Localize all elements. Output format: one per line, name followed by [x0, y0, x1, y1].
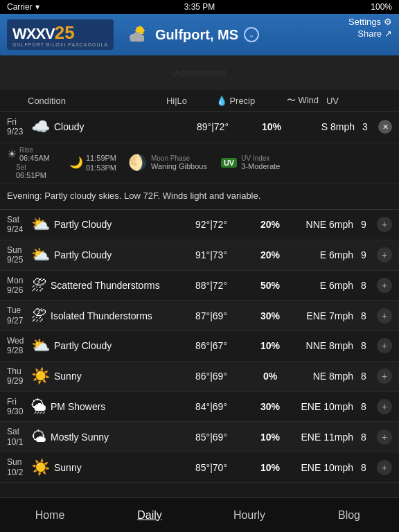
forecast-temp: 86°|69° [180, 371, 242, 382]
today-uv: 3 [355, 121, 375, 132]
ad-banner: [Advertisement] [0, 55, 399, 90]
forecast-expand-button[interactable]: + [377, 278, 392, 293]
forecast-condition: Scattered Thunderstorms [51, 280, 180, 291]
forecast-temp: 87°|69° [180, 310, 242, 321]
forecast-expand-button[interactable]: + [377, 308, 392, 323]
logo-subtitle: GULFPORT BILOXI PASCAGOULA [12, 42, 108, 47]
forecast-expand-button[interactable]: + [377, 369, 392, 384]
forecast-condition: Sunny [54, 462, 180, 473]
forecast-wind: ENE 10mph [298, 401, 353, 412]
svg-line-6 [143, 33, 144, 35]
forecast-wind: ENE 11mph [298, 432, 353, 443]
forecast-uv: 8 [353, 401, 374, 412]
today-temp: 89°|72° [181, 121, 244, 132]
forecast-wind: E 6mph [298, 249, 353, 260]
today-precip: 10% [244, 121, 299, 132]
bottom-nav: Home Daily Hourly Blog [0, 497, 399, 532]
forecast-temp: 85°|70° [180, 462, 242, 473]
forecast-temp: 85°|69° [180, 432, 242, 443]
today-main: Fri 9/23 ☁️ Cloudy 89°|72° 10% S 8mph 3 … [7, 117, 392, 137]
forecast-condition: Mostly Sunny [51, 432, 180, 443]
battery-label: 100% [371, 2, 392, 12]
forecast-icon: ⛅ [31, 246, 50, 264]
forecast-uv: 8 [353, 340, 374, 351]
forecast-icon: ⛅ [31, 337, 50, 355]
status-bar: Carrier ▾ 3:35 PM 100% [0, 0, 399, 14]
forecast-icon: 🌤 [31, 428, 46, 446]
nav-hourly[interactable]: Hourly [200, 502, 299, 529]
today-condition: Cloudy [54, 121, 181, 132]
forecast-icon: ⛈ [31, 307, 46, 325]
forecast-precip: 50% [242, 280, 298, 291]
forecast-row: Wed 9/28 ⛅ Partly Cloudy 86°|67° 10% NNE… [0, 331, 399, 362]
forecast-day-label: Wed 9/28 [7, 336, 31, 356]
forecast-condition: Partly Cloudy [54, 340, 180, 351]
forecast-precip: 30% [242, 401, 298, 412]
forecast-precip: 20% [242, 249, 298, 260]
scroll-content: [Advertisement] Condition Hi|Lo 💧 Precip… [0, 55, 399, 497]
forecast-precip: 10% [242, 462, 298, 473]
col-uv-header: UV [319, 96, 346, 106]
today-wind: S 8mph [299, 121, 355, 132]
forecast-uv: 8 [353, 462, 374, 473]
description-text: Evening: Partly cloudy skies. Low 72F. W… [7, 190, 260, 201]
forecast-wind: E 6mph [298, 280, 353, 291]
forecast-temp: 88°|72° [180, 280, 242, 291]
forecast-row: Mon 9/26 ⛈ Scattered Thunderstorms 88°|7… [0, 271, 399, 301]
forecast-wind: NNE 8mph [298, 340, 353, 351]
share-button[interactable]: Share ↗ [357, 28, 392, 39]
forecast-uv: 9 [353, 249, 374, 260]
nav-daily[interactable]: Daily [100, 502, 200, 529]
forecast-condition: PM Showers [51, 401, 180, 412]
forecast-row: Thu 9/29 ☀️ Sunny 86°|69° 0% NE 8mph 8 + [0, 362, 399, 392]
forecast-uv: 8 [353, 371, 374, 382]
sunrise-info: ☀ Rise 06:45AM ☀ Set 06:51PM [7, 146, 62, 179]
forecast-icon: ☀️ [31, 459, 50, 477]
forecast-uv: 8 [353, 280, 374, 291]
today-row: Fri 9/23 ☁️ Cloudy 89°|72° 10% S 8mph 3 … [0, 112, 399, 143]
carrier-label: Carrier [7, 2, 33, 12]
forecast-day-label: Sat 9/24 [7, 215, 31, 235]
forecast-day-label: Sun 9/25 [7, 245, 31, 265]
forecast-expand-button[interactable]: + [377, 217, 392, 232]
forecast-temp: 86°|67° [180, 340, 242, 351]
forecast-precip: 10% [242, 340, 298, 351]
forecast-row: Tue 9/27 ⛈ Isolated Thunderstorms 87°|69… [0, 301, 399, 331]
today-day-label: Fri 9/23 [7, 117, 31, 137]
forecast-precip: 30% [242, 310, 298, 321]
settings-button[interactable]: Settings ⚙ [348, 17, 392, 27]
forecast-wind: ENE 10mph [298, 462, 353, 473]
forecast-expand-button[interactable]: + [377, 399, 392, 414]
forecast-icon: ⛈ [31, 276, 46, 294]
status-bar-time: 3:35 PM [184, 2, 215, 12]
forecast-precip: 20% [242, 219, 298, 230]
forecast-row: Fri 9/30 🌦 PM Showers 84°|69° 30% ENE 10… [0, 392, 399, 423]
column-headers: Condition Hi|Lo 💧 Precip 〜 Wind UV [0, 90, 399, 112]
forecast-temp: 92°|72° [180, 219, 242, 230]
forecast-day-label: Mon 9/26 [7, 276, 31, 296]
forecast-wind: NNE 6mph [298, 219, 353, 230]
weather-header-icon [125, 25, 150, 44]
forecast-expand-button[interactable]: + [377, 460, 392, 475]
logo-text: WXXV [12, 25, 55, 42]
col-precip-header: 💧 Precip [208, 96, 263, 106]
forecast-expand-button[interactable]: + [377, 247, 392, 263]
description-row: Evening: Partly cloudy skies. Low 72F. W… [0, 184, 399, 210]
forecast-expand-button[interactable]: + [377, 429, 392, 445]
forecast-condition: Partly Cloudy [54, 219, 180, 230]
forecast-uv: 8 [353, 310, 374, 321]
col-hilo-header: Hi|Lo [145, 96, 208, 106]
forecast-day-label: Thu 9/29 [7, 366, 31, 387]
today-close-button[interactable]: ✕ [378, 120, 392, 134]
sun-moon-row: ☀ Rise 06:45AM ☀ Set 06:51PM 🌙 11:59PM 0 [0, 143, 399, 184]
forecast-day-label: Sun 10/2 [7, 457, 31, 477]
nav-home[interactable]: Home [0, 502, 100, 529]
nav-blog[interactable]: Blog [299, 502, 399, 529]
forecast-uv: 9 [353, 219, 374, 230]
uv-badge: UV [221, 158, 237, 168]
forecast-list: Sat 9/24 ⛅ Partly Cloudy 92°|72° 20% NNE… [0, 210, 399, 483]
location-dropdown[interactable]: ⌄ [244, 27, 259, 42]
forecast-expand-button[interactable]: + [377, 338, 392, 353]
forecast-icon: 🌦 [31, 398, 46, 416]
forecast-condition: Sunny [54, 371, 180, 382]
